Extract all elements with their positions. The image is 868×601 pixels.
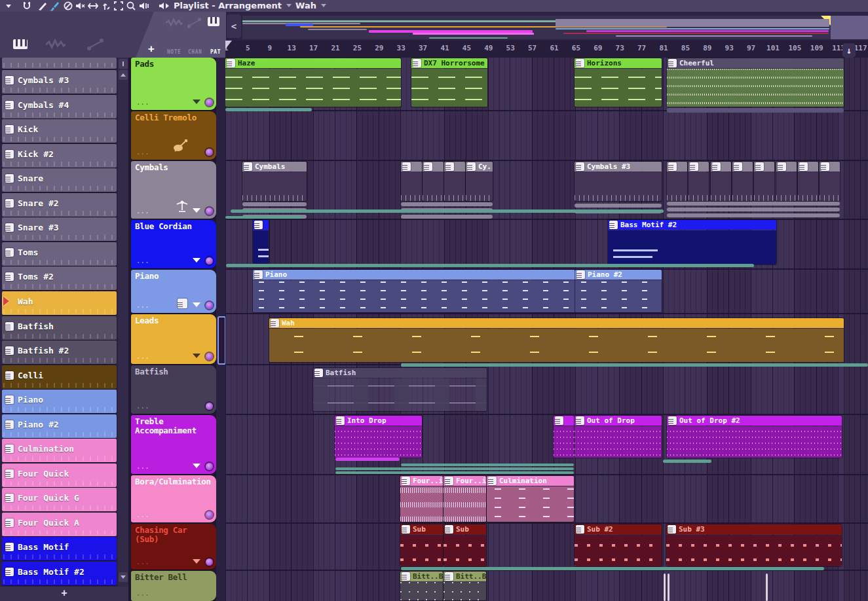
arrangement-minimap[interactable] [242,16,868,39]
clip-title-bar[interactable] [554,416,574,426]
scroll-back-button[interactable]: < [227,14,241,38]
clip-title-bar[interactable] [820,162,840,172]
tab-pat[interactable]: PAT [210,49,221,55]
pattern-list-item[interactable]: Piano #2 [2,414,117,438]
mute-tool-icon[interactable] [74,1,86,11]
clip-title-bar[interactable]: Horizons [575,58,662,68]
clip[interactable]: DX7 Horrorsome [411,58,487,107]
clip-title-bar[interactable] [754,162,774,172]
track-menu-dots[interactable]: ... [136,257,149,265]
pattern-list-item[interactable]: Piano [2,390,117,413]
clip[interactable]: Cheerful [667,58,844,107]
clip-title-bar[interactable] [423,162,443,172]
track-mute-led[interactable] [206,511,213,519]
track-menu-dots[interactable]: ... [136,558,149,566]
slice-tool-icon[interactable] [87,1,99,11]
paint-tool-icon[interactable] [48,1,60,11]
delete-tool-icon[interactable] [62,1,74,11]
clip-title-bar[interactable] [776,162,797,172]
zoom-tool-icon[interactable] [125,1,137,11]
clip-title-bar[interactable] [444,162,465,172]
clip[interactable] [554,416,574,458]
clip-title-bar[interactable]: Culmination [487,476,574,486]
clip[interactable]: Piano [253,270,575,312]
audio-mode-icon[interactable] [46,38,66,51]
automation-mode-icon[interactable] [86,38,105,51]
track-header[interactable]: Bitter Bell... [131,571,216,601]
track-header[interactable]: Piano... [131,270,216,313]
pattern-list-item[interactable]: Bass Motif [2,537,117,560]
tab-chan[interactable]: CHAN [188,49,202,55]
pat-tab-icon[interactable] [208,17,219,26]
playhead-marker[interactable] [225,41,232,49]
clip[interactable] [776,162,797,201]
clip-title-bar[interactable]: Sub #3 [666,524,842,534]
clip-title-bar[interactable] [798,162,818,172]
track-menu-dots[interactable]: ... [136,148,149,156]
clip-title-bar[interactable]: Sub #2 [575,524,662,534]
track-dropdown-icon[interactable] [193,208,200,213]
playback-marker-icon[interactable] [138,1,150,11]
track-menu-dots[interactable]: ... [136,98,149,107]
zoom-to-fit-icon[interactable] [113,1,124,11]
clip[interactable]: Cymbals [242,162,307,201]
track-header[interactable]: Leads... [131,314,216,364]
pattern-selector[interactable]: Wah [295,1,316,10]
track-header[interactable]: Treble Accompaniment... [131,415,216,474]
clip[interactable] [689,162,709,201]
track-menu-dots[interactable]: ... [136,352,149,361]
track-mute-led[interactable] [206,403,213,410]
piano-mode-icon[interactable] [13,39,28,49]
clip-title-bar[interactable]: Out of Drop [575,416,662,426]
clip[interactable]: Piano #2 [575,270,662,312]
pattern-list-item[interactable]: Snare #3 [2,217,117,241]
track-dropdown-icon[interactable] [193,354,200,358]
track-mute-led[interactable] [206,208,213,215]
clip[interactable]: Into Drop [335,416,422,458]
clip-title-bar[interactable]: Into Drop [335,416,422,426]
clip-title-bar[interactable]: Cy.. [466,162,493,172]
clip-title-bar[interactable]: Batfish [313,368,487,378]
jump-down-button[interactable]: ↓ [842,43,856,58]
clip-title-bar[interactable]: Out of Drop #2 [667,416,842,426]
track-dropdown-icon[interactable] [193,464,200,468]
clip-title-bar[interactable]: Bass Motif #2 [608,220,776,230]
track-dropdown-icon[interactable] [193,302,200,307]
clip[interactable]: Cy.. [466,162,493,201]
clip[interactable]: Culmination [487,476,574,522]
track-dropdown-icon[interactable] [193,559,200,564]
note-tab-icon[interactable] [166,17,183,29]
pattern-list-item[interactable] [2,58,117,69]
clip[interactable]: Bitt..Bell [443,572,486,600]
pattern-list-item[interactable]: Batfish #2 [2,340,117,364]
track-menu-dots[interactable]: ... [136,402,149,410]
track-mute-led[interactable] [206,463,213,470]
track-header[interactable]: Bora/Culmination... [131,475,216,522]
clip[interactable] [401,162,422,201]
clip[interactable]: Haze [225,58,401,107]
track-mute-led[interactable] [206,149,213,156]
clip-title-bar[interactable] [253,220,269,230]
track-menu-dots[interactable]: ... [136,301,149,310]
clip[interactable]: Sub #3 [666,524,842,566]
clip-title-bar[interactable]: DX7 Horrorsome [411,58,487,68]
track-header[interactable]: Batfish... [131,365,216,414]
tab-note[interactable]: NOTE [167,49,181,55]
track-header[interactable]: Celli Tremolo... [131,111,216,160]
track-mute-led[interactable] [206,257,213,264]
clip[interactable] [732,162,753,201]
pattern-list-item[interactable]: Toms #2 [2,266,117,290]
clip-title-bar[interactable]: Four..ick [443,476,486,486]
clip[interactable] [820,162,840,201]
window-title[interactable]: Playlist - ArrangementWah [174,0,330,12]
clip-title-bar[interactable]: Cheerful [667,58,844,68]
pattern-list-item[interactable]: Bass Motif #2 [2,562,117,585]
clip[interactable]: Sub #2 [575,524,662,566]
track-menu-dots[interactable]: ... [136,462,149,471]
track-mute-led[interactable] [206,99,213,106]
clip[interactable] [444,162,465,201]
clip-title-bar[interactable]: Bitt..Bell [443,572,486,581]
track-mute-led[interactable] [206,558,213,566]
preview-speaker-icon[interactable] [158,1,170,11]
clip[interactable]: Bitt..Bell [400,572,443,600]
